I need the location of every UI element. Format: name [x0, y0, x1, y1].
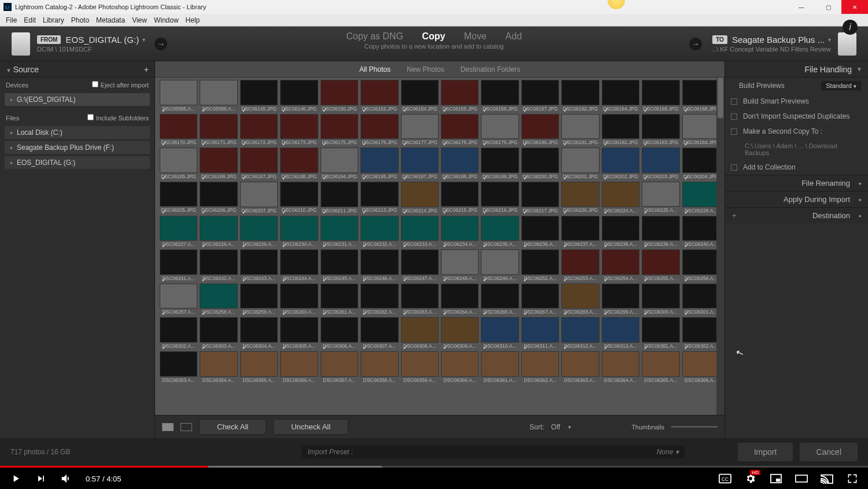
action-copy-dng[interactable]: Copy as DNG	[338, 31, 411, 42]
duplicates-checkbox[interactable]	[731, 113, 737, 120]
file-handling-head[interactable]: File Handling▼	[725, 61, 868, 78]
add-collection-checkbox[interactable]	[731, 164, 737, 171]
duplicates-label: Don't Import Suspected Duplicates	[743, 112, 849, 120]
view-tabs: All Photos New Photos Destination Folder…	[155, 61, 724, 78]
source-panel-head[interactable]: ▼ Source +	[0, 61, 155, 78]
dest-dropdown-icon[interactable]: ▾	[828, 36, 831, 43]
menu-help[interactable]: Help	[183, 15, 203, 25]
thumbnail[interactable]: DSC06360.A...	[441, 351, 479, 383]
thumbnail-filename: DSC06353.A...	[160, 377, 197, 383]
action-add[interactable]: Add	[497, 31, 529, 42]
uncheck-all-button[interactable]: Uncheck All	[273, 419, 348, 435]
theater-icon[interactable]	[795, 472, 808, 485]
svg-rect-3	[776, 479, 780, 481]
second-copy-path: C:\ Users \ Adam \ ... \ Download Backup…	[725, 139, 868, 160]
source-drive-name[interactable]: EOS_DIGITAL (G:)	[65, 35, 139, 45]
sort-dropdown-icon[interactable]: ▾	[568, 424, 571, 430]
menu-file[interactable]: File	[3, 15, 19, 25]
thumbnail-filename: DSC06362.A...	[521, 377, 559, 383]
action-copy[interactable]: Copy	[414, 31, 453, 42]
bottom-strip: 717 photos / 16 GB Import Preset :None ▾…	[0, 438, 868, 466]
check-all-button[interactable]: Check All	[199, 419, 266, 435]
sort-value[interactable]: Off	[551, 423, 560, 431]
device-item[interactable]: G:\(EOS_DIGITAL)	[5, 93, 150, 106]
menu-view[interactable]: View	[130, 15, 149, 25]
thumbnail[interactable]: DSC06362.A...	[521, 351, 559, 383]
arrow-right-icon-2: →	[689, 38, 702, 50]
thumbnail[interactable]: DSC06357.A...	[321, 351, 358, 383]
import-preset-select[interactable]: Import Preset :None ▾	[301, 446, 684, 458]
thumbnail-filename: DSC06355.A...	[240, 377, 278, 383]
minimize-button[interactable]: —	[788, 0, 815, 14]
thumbnail-filename: DSC06366.A...	[682, 377, 720, 383]
close-button[interactable]: ✕	[841, 0, 868, 14]
titlebar: Lr Lightroom Catalog-2 - Adobe Photoshop…	[0, 0, 868, 14]
dest-path: ...\ KF Concept Variable ND Filters Revi…	[711, 46, 831, 53]
thumbnail[interactable]: DSC06361.A...	[481, 351, 518, 383]
thumbnail[interactable]: DSC06359.A...	[401, 351, 439, 383]
grid-view-icon[interactable]	[162, 423, 174, 431]
play-icon[interactable]	[9, 472, 22, 485]
thumbnail[interactable]: DSC06363.A...	[561, 351, 599, 383]
drive-seagate[interactable]: Seagate Backup Plus Drive (F:)	[5, 141, 150, 154]
smart-previews-checkbox[interactable]	[731, 98, 737, 105]
thumbnail-filename: DSC06359.A...	[401, 377, 439, 383]
thumbnail-size-slider[interactable]	[671, 426, 718, 428]
eject-checkbox[interactable]: Eject after import	[92, 81, 149, 89]
import-button[interactable]: Import	[738, 443, 793, 461]
action-move[interactable]: Move	[456, 31, 495, 42]
fullscreen-icon[interactable]	[846, 472, 859, 485]
dest-drive-name[interactable]: Seagate Backup Plus ...	[732, 35, 825, 45]
photo-count: 717 photos / 16 GB	[10, 448, 70, 456]
time-display: 0:57 / 4:05	[86, 475, 121, 483]
cast-icon[interactable]	[821, 472, 833, 485]
volume-icon[interactable]	[60, 472, 73, 485]
second-copy-checkbox[interactable]	[731, 128, 737, 135]
source-path: DCIM \ 101MSDCF	[37, 46, 145, 53]
tab-all-photos[interactable]: All Photos	[359, 65, 391, 73]
thumbnail-filename: DSC06360.A...	[441, 377, 479, 383]
loupe-view-icon[interactable]	[181, 423, 192, 431]
progress-bar[interactable]	[0, 466, 868, 468]
tab-dest-folders[interactable]: Destination Folders	[461, 65, 520, 73]
menu-edit[interactable]: Edit	[21, 15, 38, 25]
action-subtitle: Copy photos to a new location and add to…	[338, 43, 530, 50]
dest-drive-icon	[838, 32, 856, 56]
menubar: File Edit Library Photo Metadata View Wi…	[0, 14, 868, 27]
cc-icon[interactable]: CC	[719, 472, 731, 485]
menu-library[interactable]: Library	[41, 15, 67, 25]
file-renaming-head[interactable]: File Renaming	[725, 175, 868, 191]
source-dropdown-icon[interactable]: ▾	[142, 36, 145, 43]
cancel-button[interactable]: Cancel	[800, 443, 858, 461]
menu-window[interactable]: Window	[152, 15, 181, 25]
add-source-icon[interactable]: +	[144, 65, 149, 74]
menu-photo[interactable]: Photo	[69, 15, 91, 25]
thumbnail[interactable]: DSC06366.A...	[682, 351, 720, 383]
include-subfolders-checkbox[interactable]: Include Subfolders	[87, 114, 149, 122]
thumbnails-label: Thumbnails	[631, 424, 664, 431]
source-head-label: Source	[13, 65, 39, 74]
tab-new-photos[interactable]: New Photos	[407, 65, 444, 73]
apply-during-import-head[interactable]: Apply During Import	[725, 191, 868, 207]
thumbnail[interactable]: DSC06358.A...	[361, 351, 398, 383]
files-label: Files	[6, 115, 19, 122]
drive-eos[interactable]: EOS_DIGITAL (G:)	[5, 156, 150, 169]
menu-metadata[interactable]: Metadata	[94, 15, 127, 25]
thumbnail[interactable]: DSC06356.A...	[280, 351, 318, 383]
miniplayer-icon[interactable]	[770, 472, 782, 485]
settings-icon[interactable]: HD	[744, 472, 757, 485]
thumbnail[interactable]: DSC06365.A...	[642, 351, 679, 383]
grid-scrollbar[interactable]	[716, 78, 724, 415]
thumbnail[interactable]: DSC06354.A...	[200, 351, 237, 383]
next-icon[interactable]	[35, 472, 47, 485]
thumbnail[interactable]: DSC06353.A...	[160, 351, 197, 383]
build-previews-select[interactable]: Standard ▾	[821, 81, 861, 90]
hd-badge: HD	[750, 470, 760, 475]
window-title: Lightroom Catalog-2 - Adobe Photoshop Li…	[15, 3, 206, 10]
thumbnail[interactable]: DSC06355.A...	[240, 351, 278, 383]
info-icon[interactable]: i	[843, 20, 858, 35]
drive-local[interactable]: Local Disk (C:)	[5, 126, 150, 139]
maximize-button[interactable]: ▢	[815, 0, 841, 14]
thumbnail[interactable]: DSC06364.A...	[602, 351, 639, 383]
destination-head[interactable]: +Destination	[725, 207, 868, 223]
